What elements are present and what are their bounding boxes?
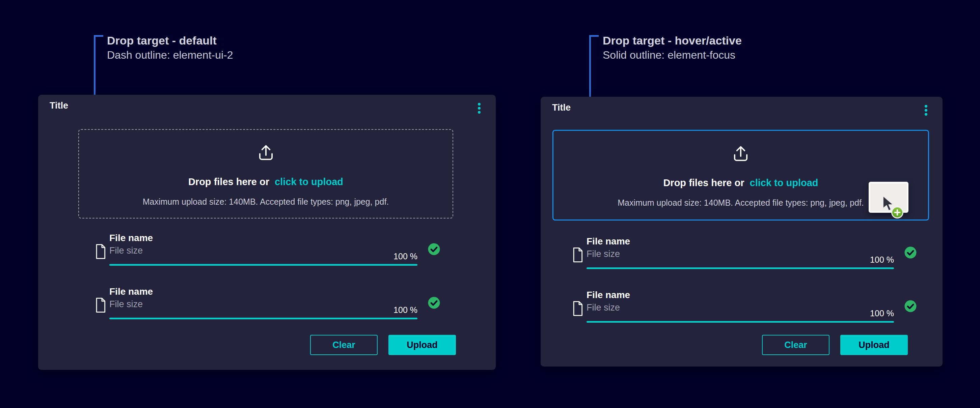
drop-instruction: Drop files here orclick to upload [188, 176, 343, 187]
success-check-icon [904, 299, 918, 313]
success-check-icon [427, 296, 441, 310]
upload-progress-label: 100 % [870, 255, 894, 265]
file-size: File size [109, 246, 143, 256]
annotation-subtitle: Solid outline: element-focus [603, 48, 742, 62]
kebab-menu-icon[interactable] [924, 105, 928, 116]
upload-progress-label: 100 % [393, 252, 417, 261]
card-actions: Clear Upload [310, 335, 456, 355]
progress-bar [587, 267, 894, 269]
upload-card-hover-active: Title Drop files here orclick to upload … [541, 97, 943, 367]
file-drop-zone[interactable]: Drop files here orclick to upload Maximu… [78, 129, 453, 219]
file-icon [94, 297, 107, 313]
annotation-connector-cap [589, 35, 599, 37]
clear-button[interactable]: Clear [310, 335, 378, 355]
uploaded-file-row: File name File size 100 % [94, 231, 441, 266]
drop-files-text: Drop files here or [188, 176, 269, 187]
file-name: File name [587, 236, 630, 247]
file-icon [94, 243, 107, 260]
upload-button[interactable]: Upload [388, 335, 456, 355]
clear-button[interactable]: Clear [762, 335, 829, 355]
file-icon [571, 247, 584, 263]
upload-restrictions-hint: Maximum upload size: 140MB. Accepted fil… [617, 198, 864, 208]
upload-icon [730, 143, 751, 164]
annotation-right: Drop target - hover/active Solid outline… [603, 33, 742, 62]
uploaded-file-row: File name File size 100 % [571, 288, 918, 323]
uploaded-file-row: File name File size 100 % [571, 235, 918, 269]
kebab-menu-icon[interactable] [477, 103, 481, 114]
annotation-subtitle: Dash outline: element-ui-2 [107, 48, 233, 62]
progress-bar [109, 318, 417, 319]
success-check-icon [427, 242, 441, 256]
annotation-connector-cap [94, 35, 103, 37]
drop-instruction: Drop files here orclick to upload [663, 177, 818, 189]
file-name: File name [109, 233, 153, 243]
file-size: File size [109, 299, 143, 310]
annotation-title: Drop target - hover/active [603, 33, 742, 48]
annotation-left: Drop target - default Dash outline: elem… [107, 33, 233, 62]
copy-add-badge-icon [891, 206, 904, 219]
upload-progress-label: 100 % [393, 305, 417, 315]
upload-restrictions-hint: Maximum upload size: 140MB. Accepted fil… [143, 197, 389, 207]
annotation-title: Drop target - default [107, 33, 233, 48]
upload-progress-label: 100 % [870, 308, 894, 318]
card-title: Title [552, 103, 571, 113]
card-title: Title [49, 100, 68, 111]
file-icon [571, 300, 584, 317]
progress-bar [587, 321, 894, 323]
upload-icon [255, 142, 276, 163]
upload-button[interactable]: Upload [840, 335, 908, 355]
file-name: File name [587, 290, 630, 300]
success-check-icon [904, 246, 918, 260]
upload-card-default: Title Drop files here orclick to upload … [38, 95, 496, 370]
file-name: File name [109, 286, 153, 297]
file-size: File size [587, 249, 620, 259]
uploaded-file-row: File name File size 100 % [94, 285, 441, 319]
click-to-upload-link[interactable]: click to upload [275, 176, 343, 187]
drop-files-text: Drop files here or [663, 177, 744, 188]
card-actions: Clear Upload [762, 335, 908, 355]
click-to-upload-link[interactable]: click to upload [750, 177, 818, 188]
design-spec-canvas: Drop target - default Dash outline: elem… [0, 0, 980, 408]
progress-bar [109, 264, 417, 266]
file-size: File size [587, 302, 620, 313]
